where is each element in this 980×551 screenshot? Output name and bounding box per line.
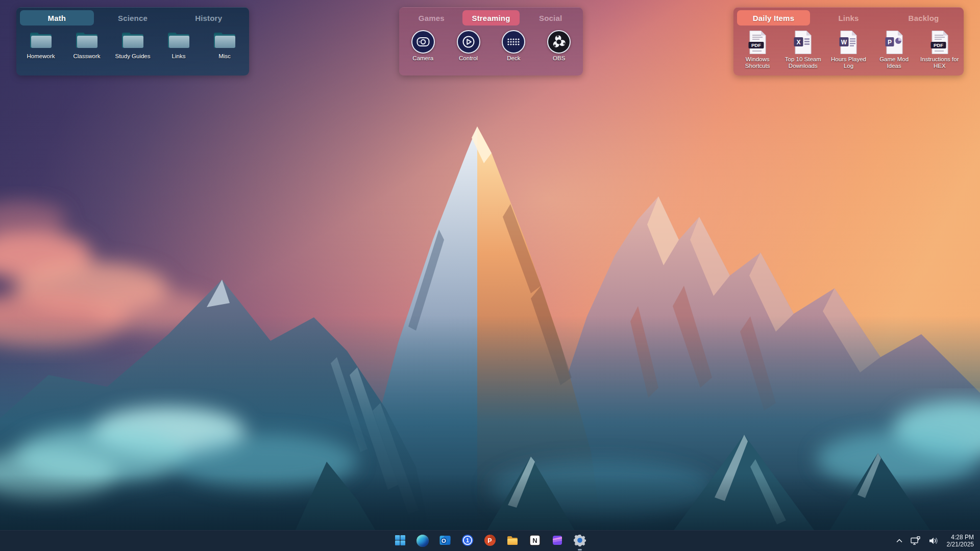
item-label: Game Mod Ideas xyxy=(873,56,916,69)
tab-daily-items[interactable]: Daily Items xyxy=(737,10,810,26)
svg-text:PDF: PDF xyxy=(751,42,761,48)
taskbar-clock[interactable]: 4:28 PM 2/21/2025 xyxy=(945,534,976,548)
network-ethernet-icon[interactable] xyxy=(909,535,922,547)
windows-start-icon xyxy=(394,534,406,548)
notion-icon: N xyxy=(529,534,541,548)
item-label: OBS xyxy=(553,55,565,62)
outlook-icon: O xyxy=(439,534,451,548)
fence-panel-streaming: Games Streaming Social Camera Control xyxy=(399,7,583,76)
item-label: Top 10 Steam Downloads xyxy=(781,56,824,69)
item-label: Study Guides xyxy=(115,53,150,60)
item-label: Links xyxy=(172,53,186,60)
desktop-item-links[interactable]: Links xyxy=(156,30,201,60)
svg-text:PDF: PDF xyxy=(934,42,943,48)
desktop-item-study-guides[interactable]: Study Guides xyxy=(110,30,155,60)
tab-games[interactable]: Games xyxy=(403,10,460,26)
svg-text:W: W xyxy=(841,39,847,46)
svg-text:N: N xyxy=(532,537,537,544)
tab-social[interactable]: Social xyxy=(522,10,579,26)
running-app-indicator xyxy=(578,549,582,550)
folder-icon xyxy=(166,30,191,52)
fence-panel-school: Math Science History Homework Classwork … xyxy=(16,7,249,76)
svg-text:X: X xyxy=(797,39,801,46)
tab-links[interactable]: Links xyxy=(812,10,885,26)
mountain-sunset-wallpaper xyxy=(0,0,980,551)
fence-tabs: Games Streaming Social xyxy=(399,8,583,27)
powerpoint-icon: P xyxy=(484,534,496,548)
taskbar-app-icons: O 1 P N xyxy=(393,531,587,551)
tab-science[interactable]: Science xyxy=(96,10,170,26)
desktop-item-homework[interactable]: Homework xyxy=(18,30,63,60)
taskbar-notion-button[interactable]: N xyxy=(527,533,543,548)
desktop-item-misc[interactable]: Misc xyxy=(202,30,247,60)
taskbar-settings-button[interactable] xyxy=(572,533,587,548)
fence-tabs: Math Science History xyxy=(16,8,249,27)
control-icon xyxy=(457,30,480,54)
tab-math[interactable]: Math xyxy=(20,10,94,26)
item-label: Instructions for HEX xyxy=(918,56,961,69)
system-tray: 4:28 PM 2/21/2025 xyxy=(894,531,976,551)
tab-streaming[interactable]: Streaming xyxy=(462,10,520,26)
fence-items: Homework Classwork Study Guides Links Mi… xyxy=(16,27,249,60)
desktop-item-game-mod-ideas[interactable]: P Game Mod Ideas xyxy=(872,30,917,69)
pdf-file-icon: PDF xyxy=(929,30,950,55)
item-label: Homework xyxy=(27,53,55,60)
folder-icon xyxy=(120,30,145,52)
deck-icon xyxy=(502,30,525,54)
tray-date: 2/21/2025 xyxy=(947,541,974,548)
fence-panel-daily: Daily Items Links Backlog PDF Windows Sh… xyxy=(733,7,964,76)
tab-history[interactable]: History xyxy=(172,10,246,26)
obs-icon xyxy=(547,30,571,54)
item-label: Classwork xyxy=(73,53,100,60)
taskbar-clipchamp-button[interactable] xyxy=(550,533,565,548)
desktop-item-hours-played-log[interactable]: W Hours Played Log xyxy=(826,30,871,69)
word-file-icon: W xyxy=(838,30,859,55)
item-label: Camera xyxy=(412,55,433,62)
desktop-item-obs[interactable]: OBS xyxy=(536,30,581,62)
item-label: Deck xyxy=(507,55,520,62)
taskbar-outlook-button[interactable]: O xyxy=(437,533,453,548)
desktop-item-top-10-steam-downloads[interactable]: X Top 10 Steam Downloads xyxy=(780,30,825,69)
clipchamp-icon xyxy=(551,534,564,548)
folder-icon xyxy=(29,30,53,52)
taskbar-start-button[interactable] xyxy=(393,533,408,548)
desktop-item-instructions-for-hex[interactable]: PDF Instructions for HEX xyxy=(917,30,962,69)
pdf-file-icon: PDF xyxy=(747,30,768,55)
item-label: Misc xyxy=(218,53,231,60)
fence-items: Camera Control Deck xyxy=(399,27,583,62)
item-label: Control xyxy=(459,55,478,62)
item-label: Windows Shortcuts xyxy=(736,56,779,69)
svg-text:1: 1 xyxy=(466,537,469,543)
desktop: Math Science History Homework Classwork … xyxy=(0,0,980,551)
tab-backlog[interactable]: Backlog xyxy=(887,10,960,26)
desktop-item-windows-shortcuts[interactable]: PDF Windows Shortcuts xyxy=(735,30,780,69)
volume-speaker-icon[interactable] xyxy=(927,535,940,547)
folder-icon xyxy=(75,30,99,52)
excel-file-icon: X xyxy=(793,30,813,55)
settings-gear-icon xyxy=(574,534,586,548)
folder-icon xyxy=(212,30,237,52)
desktop-item-camera[interactable]: Camera xyxy=(401,30,446,62)
desktop-item-classwork[interactable]: Classwork xyxy=(64,30,109,60)
fence-tabs: Daily Items Links Backlog xyxy=(733,8,964,27)
svg-text:O: O xyxy=(442,538,446,544)
file-explorer-icon xyxy=(506,534,519,548)
taskbar-file-explorer-button[interactable] xyxy=(505,533,520,548)
svg-text:P: P xyxy=(487,537,492,544)
svg-text:P: P xyxy=(888,39,892,46)
edge-browser-icon xyxy=(416,535,429,547)
desktop-item-deck[interactable]: Deck xyxy=(491,30,536,62)
powerpoint-file-icon: P xyxy=(884,30,904,55)
one-password-icon: 1 xyxy=(461,534,474,548)
camera-icon xyxy=(411,30,435,54)
tray-time: 4:28 PM xyxy=(951,534,974,541)
item-label: Hours Played Log xyxy=(827,56,870,69)
fence-items: PDF Windows Shortcuts X Top 10 Steam Dow… xyxy=(733,27,964,69)
tray-chevron-up-icon[interactable] xyxy=(894,536,904,546)
taskbar: O 1 P N xyxy=(0,530,980,551)
desktop-item-control[interactable]: Control xyxy=(446,30,491,62)
taskbar-1password-button[interactable]: 1 xyxy=(460,533,475,548)
taskbar-edge-button[interactable] xyxy=(415,533,430,548)
taskbar-powerpoint-button[interactable]: P xyxy=(482,533,498,548)
